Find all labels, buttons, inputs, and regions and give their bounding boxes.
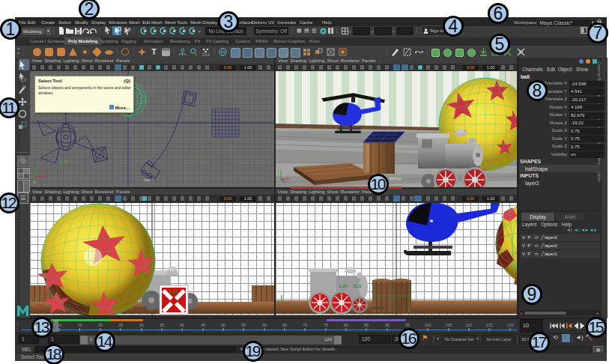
svg-text:90: 90 bbox=[385, 323, 390, 327]
svg-text:60: 60 bbox=[262, 323, 267, 327]
svg-text:front-Z: front-Z bbox=[133, 306, 147, 310]
svg-text:30: 30 bbox=[139, 323, 144, 327]
svg-text:x: x bbox=[34, 180, 36, 184]
svg-text:100: 100 bbox=[424, 323, 431, 327]
svg-text:95: 95 bbox=[405, 323, 410, 327]
svg-text:15: 15 bbox=[77, 323, 82, 327]
svg-text:110: 110 bbox=[466, 323, 473, 327]
svg-text:1.25: 1.25 bbox=[60, 159, 67, 163]
svg-text:persp: persp bbox=[390, 176, 402, 181]
svg-text:50: 50 bbox=[221, 323, 225, 327]
svg-text:70: 70 bbox=[303, 323, 307, 327]
svg-text:11.5: 11.5 bbox=[353, 284, 362, 288]
svg-text:35: 35 bbox=[160, 323, 164, 327]
svg-text:1.25: 1.25 bbox=[169, 289, 178, 294]
svg-text:x: x bbox=[195, 52, 197, 56]
svg-text:115: 115 bbox=[486, 323, 493, 327]
svg-text:65: 65 bbox=[282, 323, 287, 327]
svg-text:0,0,0: 0,0,0 bbox=[202, 52, 210, 56]
svg-text:side-X: side-X bbox=[372, 306, 384, 310]
svg-text:40: 40 bbox=[180, 323, 184, 327]
svg-text:1.25: 1.25 bbox=[339, 284, 348, 288]
svg-text:85: 85 bbox=[364, 323, 369, 327]
svg-text:105: 105 bbox=[445, 323, 452, 327]
svg-text:25: 25 bbox=[118, 323, 123, 327]
svg-text:80: 80 bbox=[344, 323, 348, 327]
svg-text:10: 10 bbox=[57, 323, 61, 327]
svg-text:75: 75 bbox=[324, 323, 328, 327]
svg-text:55: 55 bbox=[241, 323, 246, 327]
svg-text:20: 20 bbox=[98, 323, 103, 327]
svg-text:120: 120 bbox=[506, 323, 513, 327]
svg-text:45: 45 bbox=[201, 323, 205, 327]
svg-text:top-Y: top-Y bbox=[144, 178, 154, 182]
